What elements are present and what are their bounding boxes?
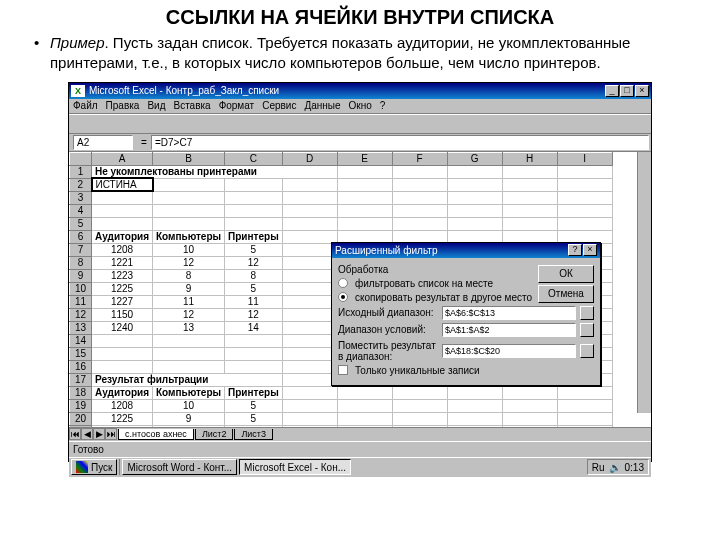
dialog-title-bar[interactable]: Расширенный фильтр ? × (332, 243, 600, 258)
menu-item[interactable]: Файл (73, 100, 98, 112)
criteria-range-input[interactable]: $A$1:$A$2 (442, 323, 576, 337)
sheet-tab[interactable]: Лист3 (234, 429, 273, 440)
start-button[interactable]: Пуск (71, 459, 117, 475)
toolbar-button[interactable] (71, 115, 89, 132)
menu-item[interactable]: Вставка (173, 100, 210, 112)
worksheet[interactable]: ABCDEFGHI1Не укомплектованы принтерами2И… (69, 152, 651, 427)
name-box[interactable]: A2 (73, 135, 133, 150)
app-icon: X (71, 85, 85, 97)
vertical-scrollbar[interactable] (637, 152, 651, 413)
close-button[interactable]: × (635, 85, 649, 97)
example-bullet: •Пример. Пусть задан список. Требуется п… (0, 33, 720, 82)
tab-nav[interactable]: ⏮ (69, 428, 81, 440)
crit-label: Диапазон условий: (338, 324, 438, 335)
menu-item[interactable]: Данные (304, 100, 340, 112)
maximize-button[interactable]: □ (620, 85, 634, 97)
refedit-icon[interactable] (580, 323, 594, 337)
window-title: Microsoft Excel - Контр_раб_Закл_списки (89, 85, 279, 96)
menu-item[interactable]: Окно (349, 100, 372, 112)
refedit-icon[interactable] (580, 344, 594, 358)
taskbar-item[interactable]: Microsoft Word - Конт... (122, 459, 237, 475)
taskbar: Пуск Microsoft Word - Конт... Microsoft … (69, 457, 651, 477)
system-tray[interactable]: Ru🔊0:13 (587, 459, 649, 475)
sheet-tab[interactable]: Лист2 (195, 429, 234, 440)
tab-nav[interactable]: ▶ (93, 428, 105, 440)
excel-window: X Microsoft Excel - Контр_раб_Закл_списк… (68, 82, 652, 462)
sheet-tabs[interactable]: ⏮◀▶⏭с.нтосов ахнесЛист2Лист3 (69, 427, 651, 441)
ok-button[interactable]: ОК (538, 265, 594, 283)
refedit-icon[interactable] (580, 306, 594, 320)
menu-bar: ФайлПравкаВидВставкаФорматСервисДанныеОк… (69, 99, 651, 114)
menu-item[interactable]: Вид (147, 100, 165, 112)
menu-item[interactable]: ? (380, 100, 386, 112)
slide-title: ССЫЛКИ НА ЯЧЕЙКИ ВНУТРИ СПИСКА (0, 0, 720, 33)
title-bar[interactable]: X Microsoft Excel - Контр_раб_Закл_списк… (69, 83, 651, 99)
menu-item[interactable]: Формат (219, 100, 255, 112)
src-label: Исходный диапазон: (338, 307, 438, 318)
formula-input[interactable]: =D7>C7 (151, 135, 649, 150)
dst-label: Поместить результат в диапазон: (338, 340, 438, 362)
menu-item[interactable]: Сервис (262, 100, 296, 112)
taskbar-item[interactable]: Microsoft Excel - Кон... (239, 459, 351, 475)
advanced-filter-dialog: Расширенный фильтр ? × Обработка фильтро… (331, 242, 601, 386)
minimize-button[interactable]: _ (605, 85, 619, 97)
formula-bar: A2 = =D7>C7 (69, 134, 651, 152)
cancel-button[interactable]: Отмена (538, 285, 594, 303)
unique-checkbox[interactable]: Только уникальные записи (338, 365, 594, 376)
standard-toolbar (69, 114, 651, 134)
status-bar: Готово (69, 441, 651, 457)
tab-nav[interactable]: ◀ (81, 428, 93, 440)
copy-to-input[interactable]: $A$18:$C$20 (442, 344, 576, 358)
equals-label: = (137, 137, 151, 148)
dialog-close-button[interactable]: × (583, 244, 597, 256)
menu-item[interactable]: Правка (106, 100, 140, 112)
tab-nav[interactable]: ⏭ (105, 428, 117, 440)
sheet-tab[interactable]: с.нтосов ахнес (118, 429, 194, 440)
src-range-input[interactable]: $A$6:$C$13 (442, 306, 576, 320)
dialog-help-button[interactable]: ? (568, 244, 582, 256)
